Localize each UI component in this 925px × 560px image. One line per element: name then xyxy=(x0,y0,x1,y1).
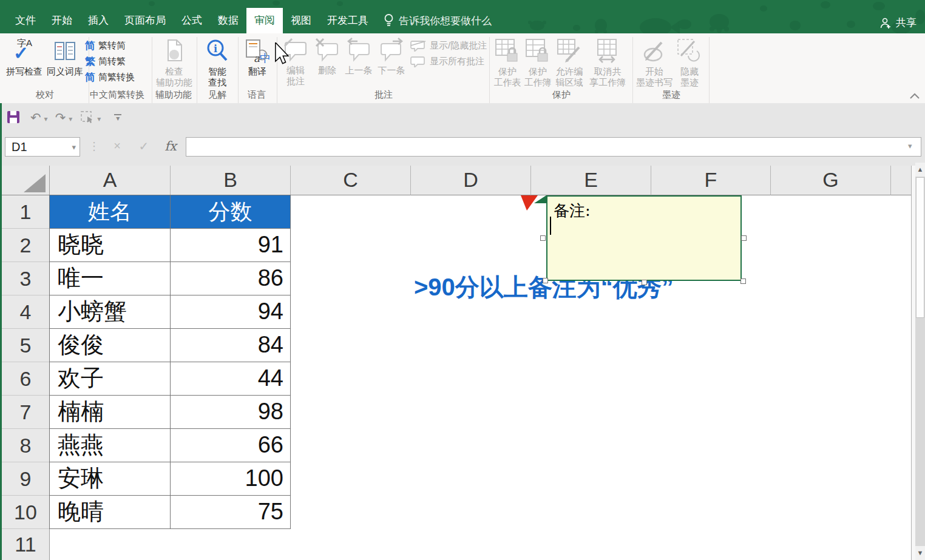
cell-a7[interactable]: 楠楠 xyxy=(50,396,171,429)
cell-a1-name-header[interactable]: 姓名 xyxy=(50,195,171,229)
cell-a5[interactable]: 俊俊 xyxy=(50,329,171,362)
tab-page-layout[interactable]: 页面布局 xyxy=(117,8,174,33)
column-header-a[interactable]: A xyxy=(50,166,171,195)
unshare-workbook-icon xyxy=(594,38,621,64)
svg-text:i: i xyxy=(214,43,217,55)
translate-button[interactable]: a 中 翻译 xyxy=(242,38,273,77)
hide-ink-button: 隐藏 墨迹 xyxy=(675,38,704,88)
simplified-traditional-convert-button[interactable]: 简 简繁转换 xyxy=(85,70,148,85)
quick-access-toolbar: ↶ ▾ ↷ ▾ ▾ ▾ xyxy=(6,107,121,127)
cell-b5[interactable]: 84 xyxy=(171,329,291,362)
cell-a10[interactable]: 晚晴 xyxy=(50,496,171,529)
row-header-6[interactable]: 6 xyxy=(2,362,50,396)
cell-b10[interactable]: 75 xyxy=(171,496,291,529)
tab-formulas[interactable]: 公式 xyxy=(174,8,210,33)
scrollbar-thumb[interactable] xyxy=(916,177,924,318)
cell-b8[interactable]: 66 xyxy=(171,429,291,462)
group-label-comments: 批注 xyxy=(280,89,487,101)
thesaurus-button[interactable]: 同义词库 xyxy=(45,38,85,77)
traditional-to-simplified-button[interactable]: 简 繁转简 xyxy=(85,38,148,53)
show-hide-comment-button: 显示/隐藏批注 xyxy=(410,39,487,52)
tell-me-box[interactable]: 告诉我你想要做什么 xyxy=(376,8,499,33)
resize-handle-bottom-left[interactable] xyxy=(543,278,548,283)
collapse-ribbon-button[interactable] xyxy=(909,92,920,100)
cell-b3[interactable]: 86 xyxy=(171,262,291,295)
name-box-dropdown-icon[interactable]: ▾ xyxy=(72,143,76,152)
column-header-partial[interactable] xyxy=(891,166,911,195)
insert-function-button[interactable]: fx xyxy=(161,139,180,153)
protect-workbook-button: 保护 工作簿 xyxy=(523,38,552,88)
row-header-10[interactable]: 10 xyxy=(2,496,50,529)
text-caret xyxy=(550,217,551,235)
name-box[interactable]: D1 ▾ xyxy=(5,137,80,157)
column-header-e[interactable]: E xyxy=(531,166,651,195)
column-header-b[interactable]: B xyxy=(171,166,291,195)
row-header-5[interactable]: 5 xyxy=(2,329,50,362)
row-header-4[interactable]: 4 xyxy=(2,295,50,329)
resize-handle-right[interactable] xyxy=(741,235,747,241)
formula-input[interactable] xyxy=(186,137,921,157)
scroll-up-button[interactable]: ▲ xyxy=(915,163,925,177)
row-header-9[interactable]: 9 xyxy=(2,462,50,496)
delete-comment-icon xyxy=(314,38,341,63)
ribbon: 字A ✓ 拼写检查 同义词库 校对 简 繁转简 繁 简转繁 简 简繁转换 中文简… xyxy=(0,33,925,104)
row-header-1[interactable]: 1 xyxy=(2,195,50,229)
cell-b1-score-header[interactable]: 分数 xyxy=(171,195,291,229)
share-button[interactable]: 共享 xyxy=(879,16,917,30)
tab-view[interactable]: 视图 xyxy=(283,8,319,33)
expand-formula-bar-icon[interactable]: ▾ xyxy=(908,141,912,150)
tab-home[interactable]: 开始 xyxy=(44,8,80,33)
select-all-corner[interactable] xyxy=(2,166,50,195)
comment-box[interactable]: 备注: xyxy=(546,195,742,281)
column-header-d[interactable]: D xyxy=(411,166,531,195)
save-icon[interactable] xyxy=(6,110,21,124)
selection-dropdown-icon[interactable]: ▾ xyxy=(97,115,101,123)
undo-dropdown-icon[interactable]: ▾ xyxy=(44,115,48,123)
cell-b9[interactable]: 100 xyxy=(171,462,291,496)
resize-handle-bottom-middle[interactable] xyxy=(642,280,647,285)
cell-a4[interactable]: 小螃蟹 xyxy=(50,295,171,329)
row-header-8[interactable]: 8 xyxy=(2,429,50,462)
column-header-f[interactable]: F xyxy=(651,166,771,195)
resize-handle-left[interactable] xyxy=(540,235,546,241)
cell-b6[interactable]: 44 xyxy=(171,362,291,396)
tab-data[interactable]: 数据 xyxy=(210,8,246,33)
selection-tool-icon xyxy=(80,110,94,124)
formula-bar-drag-handle[interactable]: ⋮ xyxy=(89,140,100,153)
name-box-value: D1 xyxy=(12,140,27,154)
accessibility-document-icon xyxy=(162,38,186,64)
cell-b7[interactable]: 98 xyxy=(171,396,291,429)
lightbulb-icon xyxy=(384,13,394,28)
cell-a6[interactable]: 欢子 xyxy=(50,362,171,396)
cell-a8[interactable]: 燕燕 xyxy=(50,429,171,462)
cell-b4[interactable]: 94 xyxy=(171,295,291,329)
spell-check-button[interactable]: 字A ✓ 拼写检查 xyxy=(5,38,44,77)
row-header-7[interactable]: 7 xyxy=(2,396,50,429)
tab-review[interactable]: 审阅 xyxy=(246,8,283,33)
redo-dropdown-icon[interactable]: ▾ xyxy=(69,115,72,123)
customize-qat-icon[interactable]: ▾ xyxy=(114,114,121,121)
redo-icon: ↷ xyxy=(55,111,66,124)
cell-b2[interactable]: 91 xyxy=(171,229,291,262)
resize-handle-bottom-right[interactable] xyxy=(740,278,746,284)
scroll-down-button[interactable]: ▼ xyxy=(915,546,925,560)
next-comment-icon xyxy=(378,38,405,63)
delete-comment-button: 删除 xyxy=(313,38,341,76)
column-header-g[interactable]: G xyxy=(771,166,891,195)
start-inking-button: 开始 墨迹书写 xyxy=(636,38,673,88)
column-header-c[interactable]: C xyxy=(291,166,411,195)
group-label-insights: 见解 xyxy=(199,89,235,101)
vertical-scrollbar[interactable]: ▲ ▼ xyxy=(915,163,925,560)
smart-lookup-button[interactable]: i 智能 查找 xyxy=(200,38,234,88)
cell-a3[interactable]: 唯一 xyxy=(50,262,171,295)
row-header-3[interactable]: 3 xyxy=(2,262,50,295)
simplified-to-traditional-button[interactable]: 繁 简转繁 xyxy=(85,54,148,69)
tab-file[interactable]: 文件 xyxy=(7,8,44,33)
tab-insert[interactable]: 插入 xyxy=(80,8,117,33)
spell-check-icon: 字A ✓ xyxy=(12,38,36,64)
row-header-2[interactable]: 2 xyxy=(2,229,50,262)
cell-a2[interactable]: 晓晓 xyxy=(50,229,171,262)
row-header-11[interactable]: 11 xyxy=(2,529,50,560)
tab-developer[interactable]: 开发工具 xyxy=(319,8,376,33)
cell-a9[interactable]: 安琳 xyxy=(50,462,171,496)
